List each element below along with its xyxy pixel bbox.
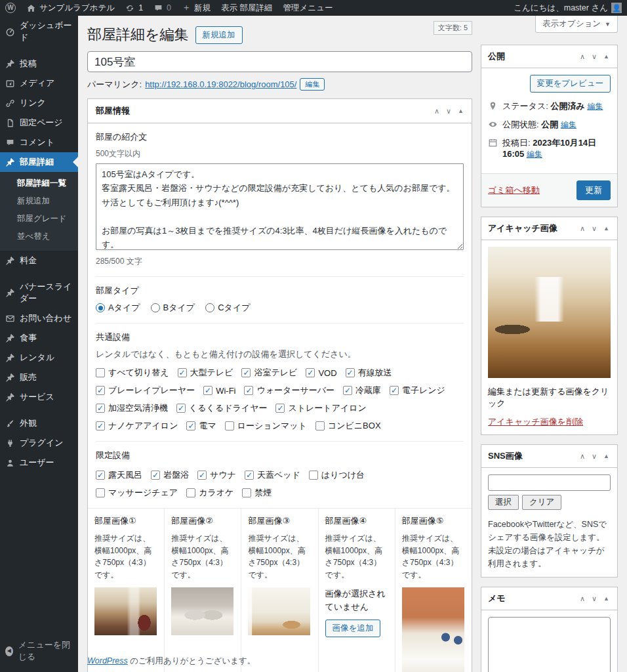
checkbox-icon[interactable] <box>186 488 195 497</box>
comments-menu[interactable]: 0 <box>148 0 176 16</box>
toggle-panel-icon[interactable]: ▲ <box>603 226 609 232</box>
checkbox-icon[interactable] <box>178 368 187 377</box>
site-name-menu[interactable]: サンプルラブホテル <box>21 0 120 16</box>
facility-checkbox[interactable]: VOD <box>306 367 336 379</box>
facility-checkbox[interactable]: くるくるドライヤー <box>176 402 267 414</box>
update-button[interactable]: 更新 <box>576 180 611 200</box>
limited-checkbox[interactable]: マッサージチェア <box>96 487 178 499</box>
facility-checkbox[interactable]: 電子レンジ <box>390 385 445 396</box>
sidebar-item-banner-slider[interactable]: バナースライダー <box>0 277 78 308</box>
sidebar-item-pages[interactable]: 固定ページ <box>0 113 78 133</box>
submenu-item-sort[interactable]: 並べ替え <box>0 228 78 245</box>
updates-menu[interactable]: 1 <box>120 0 148 16</box>
sidebar-item-contact[interactable]: お問い合わせ <box>0 308 78 328</box>
facility-checkbox[interactable]: 冷蔵庫 <box>343 385 381 396</box>
move-down-icon[interactable]: ∨ <box>592 453 597 460</box>
sidebar-item-posts[interactable]: 投稿 <box>0 54 78 74</box>
permalink-url[interactable]: http://192.168.0.19:8022/blog/room/105/ <box>145 79 296 89</box>
room-type-radio-b[interactable]: Bタイプ <box>151 302 195 314</box>
move-down-icon[interactable]: ∨ <box>446 108 451 115</box>
move-up-icon[interactable]: ∧ <box>434 108 439 115</box>
toggle-panel-icon[interactable]: ▲ <box>603 453 609 459</box>
limited-checkbox[interactable]: はりつけ台 <box>309 469 365 481</box>
sns-image-url-input[interactable] <box>488 474 611 491</box>
sns-select-button[interactable]: 選択 <box>488 495 519 510</box>
move-down-icon[interactable]: ∨ <box>592 53 597 60</box>
sidebar-item-appearance[interactable]: 外観 <box>0 413 78 433</box>
remove-featured-image-link[interactable]: アイキャッチ画像を削除 <box>488 417 583 427</box>
sns-clear-button[interactable]: クリア <box>522 495 561 510</box>
limited-checkbox[interactable]: カラオケ <box>186 487 233 499</box>
limited-checkbox[interactable]: 禁煙 <box>242 487 272 499</box>
checkbox-icon[interactable] <box>96 488 105 497</box>
move-down-icon[interactable]: ∨ <box>592 595 597 602</box>
facility-checkbox[interactable]: Wi-Fi <box>203 385 235 396</box>
checkbox-icon[interactable] <box>309 471 318 480</box>
post-title-input[interactable] <box>87 51 472 72</box>
toggle-panel-icon[interactable]: ▲ <box>458 108 464 114</box>
sidebar-item-room-details[interactable]: 部屋詳細 <box>0 152 78 172</box>
room-type-radio-c[interactable]: Cタイプ <box>205 302 250 314</box>
radio-icon[interactable] <box>96 303 105 312</box>
room-intro-textarea[interactable]: 105号室はAタイプです。 客室露天風呂・岩盤浴・サウナなどの限定設備が充実して… <box>96 163 464 250</box>
limited-checkbox[interactable]: 露天風呂 <box>96 469 142 481</box>
limited-checkbox[interactable]: 天蓋ベッド <box>245 469 300 481</box>
move-up-icon[interactable]: ∧ <box>580 453 585 460</box>
room-type-radio-a[interactable]: Aタイプ <box>96 302 140 314</box>
status-edit-link[interactable]: 編集 <box>587 102 603 111</box>
memo-textarea[interactable] <box>488 617 611 672</box>
facility-checkbox-toggle-all[interactable]: すべて切り替え <box>96 367 169 379</box>
checkbox-icon[interactable] <box>186 421 195 430</box>
admin-menu-item[interactable]: 管理メニュー <box>278 0 338 16</box>
checkbox-icon[interactable] <box>390 386 399 395</box>
move-up-icon[interactable]: ∧ <box>580 225 585 232</box>
checkbox-icon[interactable] <box>225 421 234 430</box>
toggle-panel-icon[interactable]: ▲ <box>603 596 609 602</box>
sidebar-item-price[interactable]: 料金 <box>0 251 78 270</box>
checkbox-icon[interactable] <box>245 471 254 480</box>
new-content-menu[interactable]: ＋ 新規 <box>176 0 216 16</box>
my-account-menu[interactable]: こんにちは、master さん 👤 <box>508 3 627 14</box>
featured-image-thumbnail[interactable] <box>488 247 611 378</box>
submenu-item-room-list[interactable]: 部屋詳細一覧 <box>0 175 78 192</box>
facility-checkbox[interactable]: ブレーレイプレーヤー <box>96 385 195 396</box>
facility-checkbox[interactable]: 大型テレビ <box>178 367 233 379</box>
facility-checkbox[interactable]: 加湿空気清浄機 <box>96 402 168 414</box>
add-image-button[interactable]: 画像を追加 <box>325 620 381 637</box>
screen-options-button[interactable]: 表示オプション ▼ <box>535 16 618 33</box>
checkbox-icon[interactable] <box>306 368 315 377</box>
limited-checkbox[interactable]: サウナ <box>197 469 236 481</box>
facility-checkbox[interactable]: 有線放送 <box>346 367 392 379</box>
submenu-item-add-new[interactable]: 新規追加 <box>0 192 78 210</box>
checkbox-icon[interactable] <box>96 471 105 480</box>
checkbox-icon[interactable] <box>244 386 253 395</box>
permalink-edit-button[interactable]: 編集 <box>300 78 325 91</box>
facility-checkbox[interactable]: コンビニBOX <box>315 420 381 432</box>
checkbox-icon[interactable] <box>96 404 105 413</box>
move-down-icon[interactable]: ∨ <box>592 225 597 232</box>
checkbox-icon[interactable] <box>242 488 251 497</box>
sidebar-item-comments[interactable]: コメント <box>0 133 78 152</box>
radio-icon[interactable] <box>205 303 214 312</box>
checkbox-icon[interactable] <box>203 386 212 395</box>
checkbox-icon[interactable] <box>197 471 207 480</box>
visibility-edit-link[interactable]: 編集 <box>561 120 576 129</box>
checkbox-icon[interactable] <box>96 386 105 395</box>
sidebar-item-plugins[interactable]: プラグイン <box>0 433 78 453</box>
facility-checkbox[interactable]: ナノケアアイロン <box>96 420 178 432</box>
view-post-menu[interactable]: 表示 部屋詳細 <box>216 0 277 16</box>
date-edit-link[interactable]: 編集 <box>527 150 542 159</box>
preview-changes-button[interactable]: 変更をプレビュー <box>530 75 611 93</box>
submenu-item-room-grade[interactable]: 部屋グレード <box>0 210 78 228</box>
checkbox-icon[interactable] <box>343 386 352 395</box>
facility-checkbox[interactable]: ストレートアイロン <box>275 402 366 414</box>
room-image-1-thumbnail[interactable] <box>94 587 157 635</box>
room-image-5-thumbnail[interactable] <box>402 587 464 672</box>
toggle-panel-icon[interactable]: ▲ <box>603 54 609 60</box>
room-image-3-thumbnail[interactable] <box>248 587 310 635</box>
move-up-icon[interactable]: ∧ <box>580 53 585 60</box>
sidebar-item-meals[interactable]: 食事 <box>0 328 78 348</box>
sidebar-item-rental[interactable]: レンタル <box>0 348 78 368</box>
facility-checkbox[interactable]: ローションマット <box>225 420 307 432</box>
sidebar-item-sales[interactable]: 販売 <box>0 368 78 387</box>
